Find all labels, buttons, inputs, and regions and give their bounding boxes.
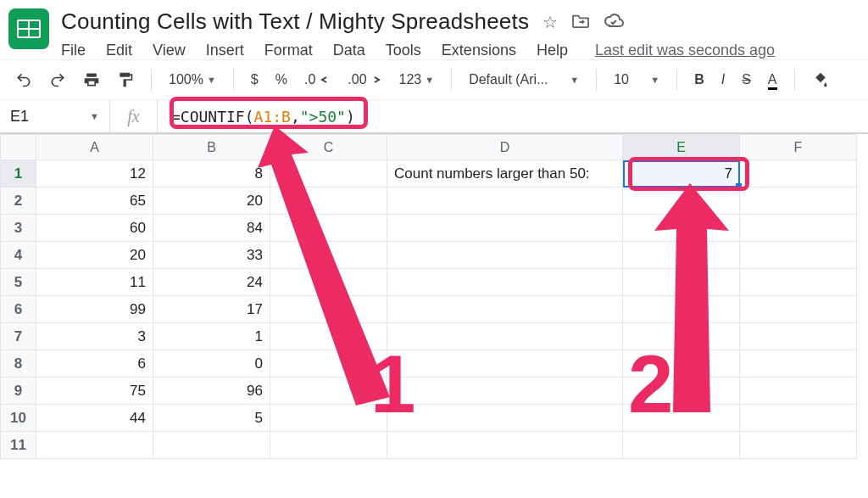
redo-icon[interactable] [49, 71, 66, 88]
cell[interactable] [623, 296, 740, 323]
cell[interactable] [623, 432, 740, 459]
row-header[interactable]: 7 [1, 323, 36, 350]
row-header[interactable]: 6 [1, 296, 36, 323]
cell[interactable] [740, 269, 857, 296]
paint-format-icon[interactable] [117, 71, 134, 88]
cell[interactable] [740, 296, 857, 323]
cell[interactable]: 33 [153, 242, 270, 269]
cell[interactable] [387, 323, 623, 350]
row-header[interactable]: 9 [1, 378, 36, 405]
cell[interactable] [387, 378, 623, 405]
cell[interactable] [623, 269, 740, 296]
number-format-select[interactable]: 123▼ [399, 72, 435, 87]
cell[interactable]: 1 [153, 323, 270, 350]
fill-color-button[interactable] [812, 71, 829, 88]
col-header-D[interactable]: D [387, 135, 623, 160]
cell[interactable] [270, 405, 387, 432]
menu-tools[interactable]: Tools [386, 42, 421, 59]
cell[interactable]: 65 [36, 187, 153, 215]
cell[interactable] [623, 350, 740, 378]
cell[interactable]: 44 [36, 405, 153, 432]
cell[interactable] [36, 432, 153, 459]
menu-view[interactable]: View [153, 42, 186, 59]
cell[interactable] [270, 242, 387, 269]
cell[interactable]: 20 [153, 187, 270, 215]
cell[interactable] [387, 187, 623, 215]
formula-bar[interactable]: =COUNTIF(A1:B,">50") [158, 108, 369, 126]
cell[interactable]: 84 [153, 215, 270, 242]
cell[interactable] [270, 350, 387, 378]
col-header-C[interactable]: C [270, 135, 387, 160]
cell[interactable]: 12 [36, 160, 153, 187]
select-all-corner[interactable] [1, 135, 36, 160]
cell[interactable] [740, 432, 857, 459]
format-percent[interactable]: % [275, 72, 287, 87]
cell[interactable] [740, 350, 857, 378]
cell[interactable] [623, 242, 740, 269]
italic-button[interactable]: I [721, 72, 725, 87]
cell[interactable] [623, 215, 740, 242]
cell[interactable] [740, 242, 857, 269]
font-select[interactable]: Default (Ari...▼ [469, 72, 579, 87]
decrease-decimal-icon[interactable]: .0 [304, 72, 331, 87]
cell[interactable] [387, 432, 623, 459]
cell[interactable] [270, 378, 387, 405]
cell[interactable]: 99 [36, 296, 153, 323]
cell[interactable] [270, 269, 387, 296]
menu-file[interactable]: File [61, 42, 86, 59]
cell[interactable] [740, 405, 857, 432]
bold-button[interactable]: B [694, 72, 704, 87]
cell[interactable] [270, 160, 387, 187]
cell[interactable] [740, 160, 857, 187]
star-icon[interactable]: ☆ [542, 14, 558, 31]
cell[interactable] [387, 350, 623, 378]
cell[interactable]: 8 [153, 160, 270, 187]
menu-insert[interactable]: Insert [206, 42, 244, 59]
menu-format[interactable]: Format [264, 42, 313, 59]
font-size-select[interactable]: 10▼ [614, 72, 659, 87]
print-icon[interactable] [83, 71, 100, 88]
format-currency[interactable]: $ [251, 72, 259, 87]
cell[interactable] [623, 378, 740, 405]
cell[interactable] [387, 242, 623, 269]
cell[interactable]: 75 [36, 378, 153, 405]
cell[interactable] [387, 296, 623, 323]
cell[interactable] [740, 215, 857, 242]
cell[interactable] [740, 187, 857, 215]
cell[interactable] [153, 432, 270, 459]
text-color-button[interactable]: A [768, 72, 777, 87]
cell[interactable]: 3 [36, 323, 153, 350]
cell[interactable] [623, 405, 740, 432]
cell[interactable]: 20 [36, 242, 153, 269]
cell[interactable]: 17 [153, 296, 270, 323]
cell[interactable] [387, 405, 623, 432]
cell[interactable] [270, 215, 387, 242]
cell[interactable] [270, 187, 387, 215]
row-header[interactable]: 11 [1, 432, 36, 459]
cell-selected-e1[interactable]: 7 [623, 160, 740, 187]
document-title[interactable]: Counting Cells with Text / Mighty Spread… [61, 8, 529, 35]
cell[interactable] [270, 432, 387, 459]
strike-button[interactable]: S [742, 72, 751, 87]
cell[interactable]: 24 [153, 269, 270, 296]
row-header[interactable]: 5 [1, 269, 36, 296]
col-header-F[interactable]: F [740, 135, 857, 160]
cell[interactable] [623, 187, 740, 215]
cell[interactable] [270, 323, 387, 350]
col-header-B[interactable]: B [153, 135, 270, 160]
col-header-A[interactable]: A [36, 135, 153, 160]
menu-edit[interactable]: Edit [106, 42, 132, 59]
cell[interactable]: 60 [36, 215, 153, 242]
row-header[interactable]: 10 [1, 405, 36, 432]
menu-help[interactable]: Help [537, 42, 568, 59]
move-icon[interactable] [571, 13, 590, 31]
spreadsheet-grid[interactable]: A B C D E F 1 12 8 Count numbers larger … [0, 134, 857, 459]
cell[interactable] [387, 215, 623, 242]
cell-label-d1[interactable]: Count numbers larger than 50: [387, 160, 623, 187]
row-header[interactable]: 2 [1, 187, 36, 215]
cell[interactable]: 0 [153, 350, 270, 378]
row-header[interactable]: 1 [1, 160, 36, 187]
cell[interactable] [270, 296, 387, 323]
last-edit-link[interactable]: Last edit was seconds ago [595, 42, 775, 59]
cell[interactable] [740, 323, 857, 350]
